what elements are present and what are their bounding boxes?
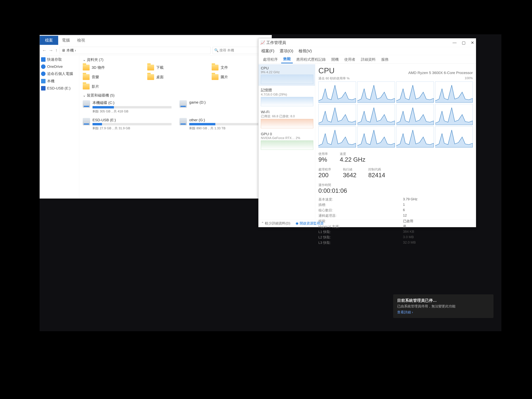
reply-icon[interactable]: ↩ xyxy=(266,241,269,246)
open-resource-monitor-link[interactable]: ◉ 開啟資源監視器 xyxy=(296,221,323,226)
folder-icon xyxy=(212,74,219,80)
core-chart-4 xyxy=(318,104,356,125)
folder-item[interactable]: 桌面 xyxy=(147,74,204,80)
folder-item[interactable]: 3D 物件 xyxy=(83,65,139,70)
nav-back-icon[interactable]: ← xyxy=(42,48,47,53)
emoji-icon[interactable]: ☺ xyxy=(280,288,285,293)
teams-chat-list[interactable]: 聊天 HOU M WEN xyxy=(195,213,259,295)
chat-icon xyxy=(185,229,190,234)
folder-icon xyxy=(147,74,154,80)
window-title: 📈 工作管理員 xyxy=(260,40,286,45)
tab-詳細資料[interactable]: 詳細資料 xyxy=(359,56,378,63)
tree-this-pc[interactable]: 本機 xyxy=(41,79,78,84)
cpu-title: CPU xyxy=(318,66,335,75)
folders-group-header[interactable]: ⌄ 資料夾 (7) xyxy=(83,57,268,62)
rail-teams[interactable]: 團隊 xyxy=(184,242,191,252)
attendee-avatar: YY xyxy=(282,261,287,266)
folder-icon xyxy=(147,65,154,70)
folder-item[interactable]: 音樂 xyxy=(83,74,139,80)
nav-up-icon[interactable]: ↑ xyxy=(55,48,57,53)
explorer-ribbon: 檔案 電腦 檢視 xyxy=(40,35,272,45)
cloud-icon xyxy=(41,71,45,76)
ribbon-view[interactable]: 檢視 xyxy=(74,36,89,45)
attendee-avatar: TC xyxy=(272,261,277,266)
meet-icon[interactable]: 📹 xyxy=(306,288,311,293)
folder-item[interactable]: 影片 xyxy=(83,84,139,89)
fewer-details-toggle[interactable]: ⌃ 較少詳細資料(D) xyxy=(261,221,290,226)
tab-使用者[interactable]: 使用者 xyxy=(342,56,357,63)
task-manager-window[interactable]: 📈 工作管理員 — ▢ ✕ 檔案(F) 選項(O) 檢視(V) 處理程序效能應用… xyxy=(258,38,476,227)
tree-onedrive[interactable]: OneDrive xyxy=(41,64,78,69)
attach-icon[interactable]: 📎 xyxy=(272,288,277,293)
tab-服務[interactable]: 服務 xyxy=(379,56,391,63)
teams-fwd-icon[interactable]: › xyxy=(187,202,189,207)
send-icon[interactable]: ➤ xyxy=(419,288,422,293)
tree-personal[interactable]: 追命石個人電腦 xyxy=(41,71,78,76)
teams-back-icon[interactable]: ‹ xyxy=(183,202,184,207)
rail-activity[interactable]: 活動 xyxy=(184,215,191,225)
toast-body: 已由系統管理員停用，無法變更此功能 xyxy=(397,304,489,309)
core-chart-5 xyxy=(357,104,395,125)
attendee-avatar: +36 xyxy=(293,261,298,266)
chat-list-item[interactable]: HOU M WEN xyxy=(198,223,256,228)
tab-效能[interactable]: 效能 xyxy=(281,55,293,63)
tab-應用程式歷程記錄[interactable]: 應用程式歷程記錄 xyxy=(294,56,328,63)
menu-options[interactable]: 選項(O) xyxy=(280,48,293,54)
tm-sidebar[interactable]: CPU 9% 4.22 GHz 記憶體 4.7/16.0 GB (29%) Wi… xyxy=(259,63,315,219)
explorer-window[interactable]: 檔案 電腦 檢視 ← → ↑ 🖥 本機 › 🔍 搜尋 本機 快速存取 OneDr… xyxy=(40,35,272,199)
tree-quick-access[interactable]: 快速存取 xyxy=(41,57,78,62)
mem-sparkline xyxy=(261,97,313,106)
tree-usb[interactable]: ESD-USB (E:) xyxy=(41,86,78,90)
sticker-icon[interactable]: ▦ xyxy=(299,288,302,293)
sidebar-memory[interactable]: 記憶體 4.7/16.0 GB (29%) xyxy=(259,86,315,108)
notification-toast[interactable]: 目前系統管理員已停… 已由系統管理員停用，無法變更此功能 查看詳細 › xyxy=(393,294,494,318)
drive-item[interactable]: game (D:) xyxy=(179,100,268,114)
ribbon-computer[interactable]: 電腦 xyxy=(58,36,74,45)
address-path[interactable]: 🖥 本機 › xyxy=(60,47,210,54)
toast-title: 目前系統管理員已停… xyxy=(397,298,489,303)
explorer-content: ⌄ 資料夾 (7) 3D 物件下載文件音樂桌面圖片影片 ⌄ 裝置和磁碟機 (5)… xyxy=(79,55,272,198)
compose-input[interactable]: 開始新的交談。輸入 @ 來提及某人。 xyxy=(263,275,423,286)
minimize-button[interactable]: — xyxy=(453,40,456,45)
toast-more-link[interactable]: 查看詳細 › xyxy=(397,310,489,315)
wifi-sparkline xyxy=(261,119,313,128)
drive-item[interactable]: ESD-USB (E:)剩餘 27.9 GB，共 31.9 GB xyxy=(83,118,171,130)
folder-item[interactable]: 下載 xyxy=(147,65,204,70)
meeting-reply[interactable]: 回覆 xyxy=(272,241,279,246)
rail-chat[interactable]: 聊天 xyxy=(184,229,191,239)
folder-icon xyxy=(212,65,219,70)
menu-view[interactable]: 檢視(V) xyxy=(299,48,312,54)
core-chart-10 xyxy=(396,127,434,147)
gif-icon[interactable]: GIF xyxy=(288,288,295,293)
sidebar-cpu[interactable]: CPU 9% 4.22 GHz xyxy=(259,64,315,86)
headset-icon: 🎧 xyxy=(266,247,272,253)
close-button[interactable]: ✕ xyxy=(471,40,474,45)
stat-hnd: 82414 xyxy=(368,171,385,179)
sidebar-wifi[interactable]: Wi-Fi 已傳送: 66.8 已接收: 8.0 xyxy=(259,108,315,130)
explorer-tree[interactable]: 快速存取 OneDrive 追命石個人電腦 本機 ESD-USB (E:) xyxy=(40,55,79,198)
drive-item[interactable]: 本機磁碟 (C:)剩餘 305 GB，共 418 GB xyxy=(83,100,171,114)
gpu-sparkline xyxy=(261,140,313,150)
folder-icon xyxy=(83,65,90,70)
tab-處理程序[interactable]: 處理程序 xyxy=(261,56,280,63)
cloud-icon xyxy=(41,64,45,69)
ribbon-file[interactable]: 檔案 xyxy=(40,36,58,45)
chat-list-header: 聊天 xyxy=(198,214,256,220)
format-icon[interactable]: Aᵃ xyxy=(264,288,268,293)
drive-item[interactable]: other (G:)剩餘 890 GB，共 1.33 TB xyxy=(179,118,268,130)
tab-開機[interactable]: 開機 xyxy=(329,56,341,63)
drive-icon xyxy=(179,118,187,125)
core-chart-6 xyxy=(396,104,434,125)
maximize-button[interactable]: ▢ xyxy=(462,40,466,45)
attendee-avatar: LW xyxy=(266,261,272,266)
sidebar-gpu[interactable]: GPU 0 NVIDIA GeForce RTX… 2% xyxy=(259,130,315,152)
pc-icon: 🖥 xyxy=(62,48,65,52)
stream-icon[interactable]: ◧ xyxy=(315,288,318,293)
core-chart-2 xyxy=(396,82,434,103)
menu-file[interactable]: 檔案(F) xyxy=(261,48,274,54)
more-icon[interactable]: ⋯ xyxy=(322,288,326,293)
cpu-model: AMD Ryzen 5 3600X 6-Core Processor xyxy=(408,71,473,75)
nav-forward-icon[interactable]: → xyxy=(49,48,53,53)
drives-group-header[interactable]: ⌄ 裝置和磁碟機 (5) xyxy=(83,93,268,98)
core-chart-3 xyxy=(435,82,473,103)
